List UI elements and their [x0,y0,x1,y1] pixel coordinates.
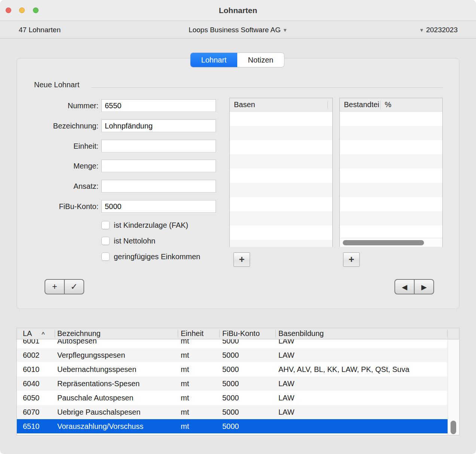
column-header-bezeichnung[interactable]: Bezeichnung [57,328,101,339]
nummer-field[interactable] [101,99,216,112]
record-navigation-buttons: ◀ ▶ [394,279,434,294]
cell-einheit: mt [181,348,189,362]
basen-list-header: Basen [230,98,332,112]
table-viewport: 6001Autospesenmt5000LAW6002Verpflegungss… [17,339,448,435]
ansatz-label: Ansatz: [24,182,98,191]
cell-einheit: mt [181,405,189,419]
confirm-record-button[interactable]: ✓ [64,280,83,294]
kinderzulage-label: ist Kinderzulage (FAK) [114,221,188,230]
cell-la: 6070 [23,405,40,419]
table-row[interactable]: 6050Pauschale Autospesenmt5000LAW [17,391,448,405]
cell-fibu: 5000 [222,362,239,376]
add-component-button[interactable]: + [343,252,360,267]
cell-einheit: mt [181,419,189,433]
cell-fibu: 5000 [222,391,239,405]
cell-basen: LAW [278,348,295,362]
geringfuegig-checkbox[interactable] [101,252,110,261]
cell-bezeichnung: Vorauszahlung/Vorschuss [57,419,143,433]
header-divider [55,330,55,338]
menge-label: Menge: [24,162,98,170]
fibu-konto-field[interactable] [101,200,216,213]
fibu-konto-label: FiBu-Konto: [24,202,98,211]
cell-basen: AHV, ALV, BL, KK, LAW, PK, QSt, Suva [278,362,409,376]
horizontal-scrollbar-track[interactable] [340,238,442,247]
table-row[interactable]: 6070Uebrige Pauschalspesenmt5000LAW [17,405,448,419]
year-dropdown-icon: ▼ [419,27,424,33]
cell-bezeichnung: Verpflegungsspesen [57,348,125,362]
window-title: Lohnarten [0,0,476,21]
table-row[interactable]: 6002Verpflegungsspesenmt5000LAW [17,348,448,362]
next-record-button[interactable]: ▶ [414,280,433,294]
menge-field[interactable] [101,160,216,172]
nummer-label: Nummer: [24,102,98,110]
group-separator [91,88,443,88]
horizontal-scrollbar-thumb[interactable] [343,240,424,245]
einheit-label: Einheit: [24,142,98,151]
lohnarten-table: LA ^ Bezeichnung Einheit FiBu-Konto Base… [16,328,460,435]
column-header-einheit[interactable]: Einheit [181,328,204,339]
previous-record-button[interactable]: ◀ [395,280,414,294]
lohnart-panel: Neue Lohnart Nummer: Bezeichnung: Einhei… [16,58,460,309]
cell-bezeichnung: Pauschale Autospesen [57,391,134,405]
bestandteil-list[interactable]: Bestandtei % [339,98,443,247]
header-divider [178,330,178,338]
table-row[interactable]: 6510Vorauszahlung/Vorschussmt5000 [17,419,448,433]
company-selector[interactable]: Loops Business Software AG ▼ [0,21,476,39]
year-value: 2023 [426,26,442,34]
column-header-la[interactable]: LA [23,328,32,339]
ansatz-field[interactable] [101,180,216,193]
cell-bezeichnung: Uebernachtungsspesen [57,362,136,376]
basen-header-divider [327,101,328,109]
cell-la: 6510 [23,419,40,433]
column-header-fibu-konto[interactable]: FiBu-Konto [222,328,260,339]
tab-bar: Lohnart Notizen [190,53,284,67]
cell-basen: LAW [278,391,295,405]
cell-basen: LAW [278,376,295,391]
cell-fibu: 5000 [222,405,239,419]
geringfuegig-label: geringfügiges Einkommen [114,252,200,261]
group-title: Neue Lohnart [34,81,79,89]
add-base-button[interactable]: + [234,252,250,267]
table-body: 6001Autospesenmt5000LAW6002Verpflegungss… [17,339,448,433]
vertical-scrollbar-thumb[interactable] [451,421,456,434]
vertical-scrollbar-track[interactable] [448,339,459,435]
cell-einheit: mt [181,376,189,391]
cell-fibu: 5000 [222,339,239,348]
cell-einheit: mt [181,362,189,376]
basen-list-body[interactable] [230,112,332,247]
header-divider [275,330,276,338]
table-row[interactable]: 6001Autospesenmt5000LAW [17,339,448,348]
kinderzulage-checkbox[interactable] [101,221,110,229]
cell-einheit: mt [181,391,189,405]
table-row[interactable]: 6010Uebernachtungsspesenmt5000AHV, ALV, … [17,362,448,376]
tab-lohnart[interactable]: Lohnart [190,53,237,67]
cell-bezeichnung: Repräsentations-Spesen [57,376,140,391]
bestandteil-list-body[interactable] [340,112,442,247]
cell-bezeichnung: Autospesen [57,339,97,348]
year-selector[interactable]: ▼ 20232023 [419,21,458,39]
next-icon: ▶ [421,283,427,291]
cell-fibu: 5000 [222,376,239,391]
cell-fibu: 5000 [222,348,239,362]
percent-header-label: % [381,100,391,109]
header-divider [219,330,220,338]
company-dropdown-icon: ▼ [283,27,287,33]
new-record-button[interactable]: + [45,280,64,294]
app-window: Lohnarten 47 Lohnarten Loops Business So… [0,0,476,454]
nettolohn-checkbox[interactable] [101,237,110,245]
einheit-field[interactable] [101,140,216,152]
title-bar: Lohnarten [0,0,476,21]
company-name: Loops Business Software AG [189,26,281,34]
table-row[interactable]: 6040Repräsentations-Spesenmt5000LAW [17,376,448,391]
bezeichnung-label: Bezeichnung: [24,122,98,130]
column-header-basenbildung[interactable]: Basenbildung [278,328,324,339]
tab-notizen[interactable]: Notizen [237,53,284,67]
record-action-buttons: + ✓ [45,279,84,294]
basen-list[interactable]: Basen [229,98,333,247]
bestandteil-list-header: Bestandtei % [340,98,442,112]
cell-la: 6010 [23,362,40,376]
previous-icon: ◀ [402,283,408,291]
cell-basen: LAW [278,405,295,419]
bezeichnung-field[interactable] [101,119,216,132]
status-toolbar: 47 Lohnarten Loops Business Software AG … [0,21,476,39]
